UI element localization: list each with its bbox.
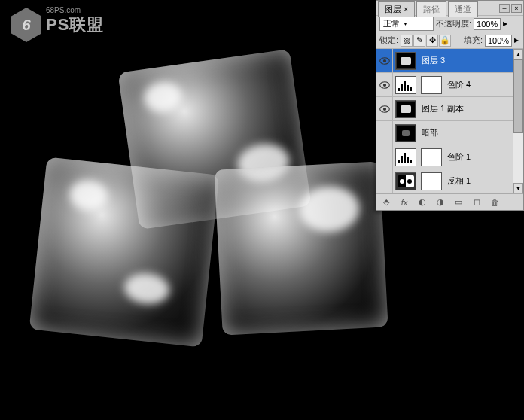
svg-point-3 [382,83,385,86]
visibility-toggle[interactable] [376,169,393,193]
chevron-down-icon: ▼ [403,21,408,26]
adjustment-thumbnail [395,148,416,166]
layer-row[interactable]: 图层 1 副本 [376,97,523,121]
panel-close-button[interactable]: × [511,4,522,13]
group-icon[interactable]: ▭ [452,196,465,208]
layer-row[interactable]: 色阶 1 [376,145,523,169]
tab-paths[interactable]: 路径 [416,1,446,17]
layer-name: 色阶 4 [444,79,523,90]
layers-footer: ⬘ fx ◐ ◑ ▭ ◻ 🗑 [376,193,523,210]
tab-layers[interactable]: 图层 × [378,1,415,17]
watermark-url: 68PS.com [46,6,81,14]
layer-name: 反相 1 [444,175,523,187]
fx-icon[interactable]: fx [398,196,411,208]
scroll-up-button[interactable]: ▲ [513,49,523,59]
new-layer-icon[interactable]: ◻ [470,196,483,208]
lock-pixels-icon[interactable]: ✎ [413,35,425,47]
tab-channels[interactable]: 通道 [448,1,478,17]
visibility-toggle[interactable] [376,49,393,72]
layers-list: 图层 3 色阶 4 图层 1 副本 暗部 色阶 1 反相 [376,49,523,193]
layer-name: 色阶 1 [444,151,523,163]
fill-input[interactable]: 100% [485,35,512,47]
fill-label: 填充: [464,35,483,46]
opacity-input[interactable]: 100% [474,18,501,30]
scroll-down-button[interactable]: ▼ [513,183,523,193]
panel-minimize-button[interactable]: – [499,4,510,13]
layer-name: 暗部 [419,127,523,138]
mask-thumbnail [421,76,442,94]
visibility-toggle[interactable] [376,121,393,145]
watermark-logo: 6 [11,8,41,42]
lock-label: 锁定: [379,35,398,46]
lock-transparent-icon[interactable]: ▨ [401,35,413,47]
visibility-toggle[interactable] [376,145,393,169]
adjustment-thumbnail [395,76,416,94]
layer-row[interactable]: 反相 1 [376,169,523,193]
layer-name: 图层 1 副本 [419,103,523,114]
adjustment-thumbnail [395,172,416,190]
fill-flyout-icon[interactable]: ▶ [514,37,520,44]
watermark-brand: PS联盟 [46,14,104,36]
blend-mode-value: 正常 [383,18,400,29]
svg-point-1 [382,59,385,62]
layer-row[interactable]: 色阶 4 [376,73,523,97]
scroll-thumb[interactable] [513,59,523,133]
layer-thumbnail [395,124,416,142]
adjustment-icon[interactable]: ◑ [434,196,447,208]
layer-name: 图层 3 [419,55,523,66]
layer-row[interactable]: 图层 3 [376,49,523,73]
lock-position-icon[interactable]: ✥ [426,35,438,47]
layer-thumbnail [395,52,416,70]
panel-titlebar: 图层 × 路径 通道 – × [376,1,523,16]
lock-all-icon[interactable]: 🔒 [439,35,451,47]
lock-row: 锁定: ▨ ✎ ✥ 🔒 填充: 100% ▶ [376,32,523,49]
canvas-image [30,53,391,369]
opacity-flyout-icon[interactable]: ▶ [503,20,509,27]
trash-icon[interactable]: 🗑 [488,196,501,208]
mask-thumbnail [421,172,442,190]
mask-thumbnail [421,148,442,166]
visibility-toggle[interactable] [376,97,393,120]
layers-panel: 图层 × 路径 通道 – × 正常 ▼ 不透明度: 100% ▶ 锁定: ▨ ✎… [376,0,524,211]
blend-row: 正常 ▼ 不透明度: 100% ▶ [376,16,523,32]
watermark: 6 68PS.com PS联盟 [11,8,104,42]
layer-thumbnail [395,100,416,118]
link-layers-icon[interactable]: ⬘ [379,196,393,208]
layer-row[interactable]: 暗部 [376,121,523,145]
opacity-label: 不透明度: [436,18,471,29]
visibility-toggle[interactable] [376,73,393,96]
blend-mode-dropdown[interactable]: 正常 ▼ [379,17,434,31]
svg-point-5 [382,107,385,110]
mask-icon[interactable]: ◐ [416,196,429,208]
layers-scrollbar[interactable]: ▲ ▼ [513,49,523,193]
